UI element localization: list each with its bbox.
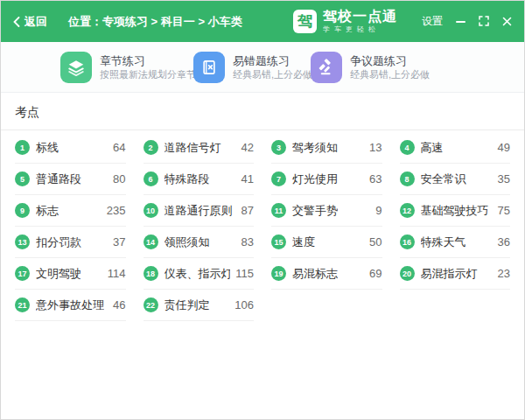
topic-item[interactable]: 22 责任判定 106	[144, 290, 255, 321]
topic-item[interactable]: 13 扣分罚款 37	[15, 227, 126, 258]
topic-question-count: 46	[108, 298, 125, 312]
topic-label: 易混指示灯	[421, 266, 478, 282]
topic-label: 安全常识	[421, 172, 466, 187]
topic-item[interactable]: 5 普通路段 80	[15, 164, 126, 195]
back-label: 返回	[24, 14, 47, 30]
topic-number-badge: 11	[271, 203, 286, 218]
feature-strip: 章节练习 按照最新法规划分章节 易错题练习 经典易错,上分必做	[1, 42, 524, 93]
topic-number-badge: 2	[144, 140, 158, 155]
topic-question-count: 50	[364, 235, 382, 248]
topic-item[interactable]: 7 灯光使用 63	[271, 164, 382, 195]
app-logo: 驾 驾校一点通 学车更轻松	[293, 10, 397, 33]
topic-label: 速度	[292, 234, 315, 250]
topic-number-badge: 8	[400, 172, 415, 186]
topic-item[interactable]: 19 易混标志 69	[271, 258, 382, 290]
topic-number-badge: 13	[15, 234, 30, 249]
topic-number-badge: 1	[15, 140, 30, 155]
minimize-button[interactable]	[456, 21, 466, 23]
topic-question-count: 115	[230, 267, 254, 280]
topic-item[interactable]: 14 领照须知 83	[144, 227, 255, 258]
back-button[interactable]: 返回	[13, 14, 47, 30]
chevron-left-icon	[13, 17, 20, 27]
topic-label: 道路通行原则	[164, 203, 233, 219]
topic-number-badge: 5	[15, 172, 30, 186]
topic-question-count: 42	[236, 141, 254, 154]
topic-question-count: 36	[493, 235, 510, 248]
topic-label: 灯光使用	[292, 172, 338, 187]
app-slogan: 学车更轻松	[323, 26, 397, 33]
topic-number-badge: 7	[271, 172, 286, 186]
minimize-icon	[456, 21, 466, 23]
topic-question-count: 83	[236, 235, 254, 248]
topic-label: 高速	[421, 140, 444, 156]
topic-number-badge: 9	[15, 203, 30, 218]
topic-item[interactable]: 17 文明驾驶 114	[15, 258, 126, 290]
topic-question-count: 41	[236, 172, 254, 186]
feature-controversial-practice[interactable]: 争议题练习 经典易错,上分必做	[311, 52, 524, 83]
topic-item[interactable]: 21 意外事故处理 46	[15, 290, 126, 321]
topic-number-badge: 20	[400, 266, 415, 281]
window-controls: 设置	[422, 14, 512, 30]
topic-number-badge: 12	[400, 203, 415, 218]
topic-number-badge: 10	[144, 203, 158, 218]
topic-item[interactable]: 6 特殊路段 41	[144, 164, 255, 195]
topic-label: 特殊天气	[421, 234, 466, 250]
feature-error-prone-practice[interactable]: 易错题练习 经典易错,上分必做	[193, 52, 311, 83]
topic-label: 普通路段	[36, 172, 81, 187]
feature-title: 争议题练习	[350, 55, 430, 66]
topic-label: 领照须知	[164, 234, 210, 250]
titlebar: 返回 位置：专项练习 > 科目一 > 小车类 驾 驾校一点通 学车更轻松 设置	[1, 1, 524, 42]
topic-question-count: 80	[108, 172, 125, 186]
feature-subtitle: 经典易错,上分必做	[233, 70, 312, 80]
topic-question-count: 87	[236, 204, 254, 217]
topic-item[interactable]: 10 道路通行原则 87	[144, 195, 255, 227]
topic-item[interactable]: 1 标线 64	[15, 132, 126, 164]
topic-item[interactable]: 15 速度 50	[271, 227, 382, 258]
topic-item[interactable]: 8 安全常识 35	[400, 164, 511, 195]
topic-question-count: 75	[493, 204, 510, 217]
topic-question-count: 9	[370, 204, 382, 217]
topic-item[interactable]: 2 道路信号灯 42	[144, 132, 255, 164]
topic-item[interactable]: 9 标志 235	[15, 195, 126, 227]
maximize-button[interactable]	[479, 14, 489, 30]
topic-question-count: 235	[102, 204, 126, 217]
topic-label: 标志	[36, 203, 59, 219]
topic-number-badge: 6	[144, 172, 158, 186]
topic-item[interactable]: 4 高速 49	[400, 132, 511, 164]
topic-question-count: 35	[493, 172, 510, 186]
topic-label: 责任判定	[164, 298, 210, 313]
settings-button[interactable]: 设置	[422, 14, 443, 29]
feature-subtitle: 经典易错,上分必做	[350, 70, 430, 80]
app-name: 驾校一点通	[323, 10, 397, 24]
topic-number-badge: 3	[271, 140, 286, 155]
topic-question-count: 37	[108, 235, 125, 248]
app-window: 返回 位置：专项练习 > 科目一 > 小车类 驾 驾校一点通 学车更轻松 设置	[0, 0, 525, 420]
topic-item[interactable]: 18 仪表、指示灯 115	[144, 258, 255, 290]
layers-icon	[60, 52, 92, 83]
topic-number-badge: 14	[144, 234, 158, 249]
topic-question-count: 106	[229, 298, 254, 312]
topic-label: 仪表、指示灯	[164, 266, 231, 282]
topic-question-count: 23	[493, 267, 510, 280]
topics-grid: 1 标线 64 2 道路信号灯 42 3 驾考须知 13 4 高速 49 5 普…	[15, 132, 510, 321]
topic-label: 文明驾驶	[36, 266, 81, 282]
logo-icon: 驾	[293, 10, 317, 33]
topic-label: 扣分罚款	[36, 234, 81, 250]
book-x-icon	[193, 52, 225, 83]
topic-item[interactable]: 11 交警手势 9	[271, 195, 382, 227]
close-button[interactable]	[502, 14, 512, 30]
topic-number-badge: 19	[271, 266, 286, 281]
maximize-icon	[479, 14, 489, 30]
topic-item[interactable]: 12 基础驾驶技巧 75	[400, 195, 511, 227]
topic-question-count: 49	[493, 141, 510, 154]
topic-item[interactable]: 16 特殊天气 36	[400, 227, 511, 258]
feature-chapter-practice[interactable]: 章节练习 按照最新法规划分章节	[60, 52, 193, 83]
gavel-icon	[311, 52, 342, 83]
topic-label: 基础驾驶技巧	[421, 203, 489, 219]
topic-number-badge: 4	[400, 140, 415, 155]
feature-title: 章节练习	[100, 55, 196, 66]
feature-title: 易错题练习	[233, 55, 312, 66]
breadcrumb: 位置：专项练习 > 科目一 > 小车类	[68, 14, 242, 30]
topic-item[interactable]: 20 易混指示灯 23	[400, 258, 511, 290]
topic-item[interactable]: 3 驾考须知 13	[271, 132, 382, 164]
